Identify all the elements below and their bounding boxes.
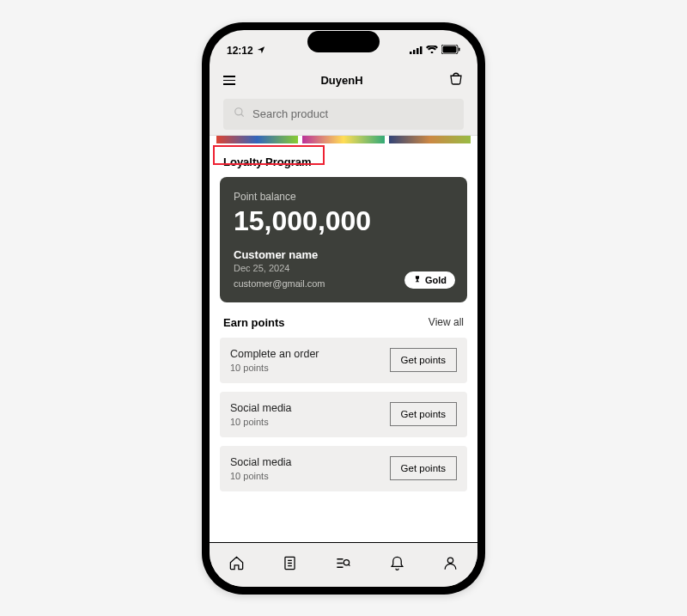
point-balance-label: Point balance [234,191,453,203]
earn-item-name: Social media [230,402,292,414]
search-icon [234,107,246,122]
earn-item-points: 10 points [230,471,292,481]
loyalty-card: Point balance 15,000,000 Customer name D… [220,177,467,302]
svg-rect-0 [410,52,412,54]
svg-line-8 [241,113,244,116]
bottom-nav [210,542,477,587]
svg-rect-2 [416,48,419,54]
location-icon [257,45,265,57]
nav-profile[interactable] [442,555,459,575]
notch [307,31,380,52]
phone-frame: 12:12 DuyenH [202,22,485,595]
svg-rect-1 [413,50,416,54]
svg-line-17 [349,564,350,566]
earn-points-title: Earn points [223,316,285,329]
signal-icon [410,45,423,57]
header-title: DuyenH [320,74,362,87]
battery-icon [441,45,460,57]
nav-orders[interactable] [282,555,298,575]
svg-rect-6 [459,47,460,51]
nav-home[interactable] [228,555,245,575]
customer-name: Customer name [234,248,453,261]
get-points-button[interactable]: Get points [390,456,457,480]
get-points-button[interactable]: Get points [390,402,457,426]
cart-icon[interactable] [448,71,464,90]
svg-rect-3 [420,46,423,54]
status-time: 12:12 [227,45,253,57]
status-icons [410,45,460,57]
nav-search[interactable] [335,555,351,575]
svg-rect-5 [443,46,457,52]
earn-item-points: 10 points [230,417,292,427]
earn-item: Complete an order 10 points Get points [220,338,467,383]
earn-item: Social media 10 points Get points [220,446,467,491]
svg-point-18 [448,558,453,563]
tier-label: Gold [425,275,447,285]
search-bar[interactable]: Search product [223,99,464,130]
tier-badge: Gold [404,271,455,289]
content-area: Loyalty Program Point balance 15,000,000… [210,135,477,542]
menu-icon[interactable] [223,76,235,85]
svg-point-7 [235,107,242,114]
svg-point-16 [344,559,350,564]
earn-item: Social media 10 points Get points [220,392,467,437]
banner-strip [210,136,477,143]
app-header: DuyenH [210,64,477,97]
earn-item-name: Complete an order [230,348,319,360]
earn-header: Earn points View all [210,302,477,338]
point-balance-value: 15,000,000 [234,206,453,236]
loyalty-section-title: Loyalty Program [210,143,325,177]
earn-item-points: 10 points [230,363,319,373]
get-points-button[interactable]: Get points [390,348,457,372]
view-all-link[interactable]: View all [429,316,464,328]
wifi-icon [426,45,438,57]
nav-notifications[interactable] [389,555,405,575]
screen: 12:12 DuyenH [210,30,477,587]
trophy-icon [413,275,422,285]
earn-item-name: Social media [230,456,292,468]
search-placeholder: Search product [252,107,328,120]
